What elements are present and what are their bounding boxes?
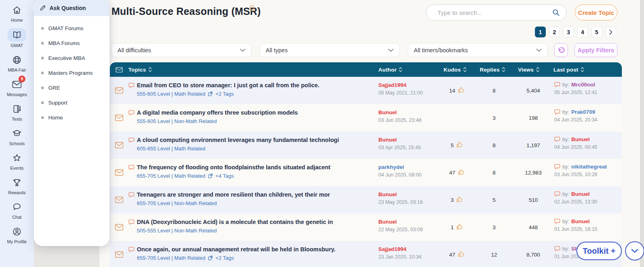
sidebar-item-mba-fair[interactable]: MBA Fair — [8, 53, 26, 72]
tag-icon — [208, 91, 213, 97]
sort-icon — [580, 66, 584, 73]
create-topic-button[interactable]: Create Topic — [575, 4, 617, 21]
notification-bell-icon[interactable] — [248, 4, 256, 12]
search-box[interactable] — [426, 4, 567, 21]
envelope-icon — [110, 241, 128, 267]
topic-title[interactable]: Once again, our annual management retrea… — [137, 246, 336, 253]
search-input[interactable] — [438, 9, 552, 16]
topic-tags[interactable]: 555-605 Level | Math Related — [137, 91, 205, 97]
author-name[interactable]: Sajjad1994 — [378, 82, 439, 88]
author-name[interactable]: Bunuel — [378, 219, 439, 225]
page-button-4[interactable]: 4 — [577, 27, 588, 37]
table-row[interactable]: The frequency of flooding onto floodplai… — [110, 159, 622, 186]
topic-title[interactable]: The frequency of flooding onto floodplai… — [137, 164, 330, 170]
author-name[interactable]: Bunuel — [378, 137, 439, 143]
last-post-author[interactable]: Bunuel — [571, 218, 590, 224]
difficulty-filter-select[interactable]: All difficulties — [111, 43, 252, 57]
menu-item-home[interactable]: Home — [34, 110, 109, 125]
menu-item-mba-forums[interactable]: MBA Forums — [34, 36, 109, 51]
tag-icon — [208, 173, 213, 179]
author-name[interactable]: Sajjad1994 — [378, 246, 439, 252]
views-count: 8,700 — [513, 241, 553, 267]
table-row[interactable]: Email from CEO to store manager: I just … — [110, 77, 622, 104]
topic-title[interactable]: A cloud computing environment leverages … — [137, 137, 339, 143]
column-views[interactable]: Views — [513, 66, 553, 73]
kudos-count: 3 — [451, 197, 454, 203]
toolkit-button[interactable]: Toolkit + — [576, 242, 622, 260]
reset-filters-button[interactable] — [554, 43, 568, 57]
column-topics[interactable]: Topics — [128, 66, 378, 73]
author-name[interactable]: Bunuel — [378, 109, 439, 115]
sidebar-item-gmat[interactable]: GMAT — [8, 28, 26, 48]
sidebar-item-my-profile[interactable]: My Profile — [7, 225, 27, 244]
topic-tags[interactable]: 505-555 Level | Non-Math Related — [137, 228, 217, 234]
topic-title[interactable]: Email from CEO to store manager: I just … — [137, 82, 320, 88]
topic-tags[interactable]: 555-605 Level | Non-Math Related — [137, 118, 217, 124]
last-post-author[interactable]: nikitathegreat — [571, 164, 607, 170]
author-name[interactable]: parkhydel — [378, 164, 439, 170]
next-page-button[interactable] — [605, 27, 616, 37]
author-date: 22 May 2025, 03:09 — [378, 227, 439, 232]
collapse-chevron-button[interactable] — [625, 241, 644, 261]
timers-filter-select[interactable]: All timers/bookmarks — [408, 43, 548, 57]
scrollbar-track[interactable] — [640, 0, 644, 267]
sidebar-item-home[interactable]: Home — [8, 4, 26, 23]
column-replies[interactable]: Replies — [475, 66, 513, 73]
table-row[interactable]: DNA (Deoxyribonucleic Acid) is a molecul… — [110, 214, 622, 241]
author-name[interactable]: Bunuel — [378, 191, 439, 197]
sidebar-item-chat[interactable]: Chat — [8, 201, 26, 220]
menu-item-masters-programs[interactable]: Masters Programs — [34, 66, 109, 80]
sort-icon — [398, 66, 402, 73]
mail-icon: 9 — [8, 78, 26, 91]
sidebar-item-messages[interactable]: 9 Messages — [7, 78, 27, 97]
thumbs-up-icon — [458, 86, 464, 93]
table-row[interactable]: Teenagers are stronger and more resilien… — [110, 186, 622, 214]
sidebar-item-rewards[interactable]: Rewards — [8, 176, 26, 195]
type-filter-select[interactable]: All types — [260, 43, 400, 57]
menu-item-gre[interactable]: GRE — [34, 80, 109, 95]
sidebar-item-schools[interactable]: Schools — [8, 127, 26, 146]
sidebar-item-tests[interactable]: Tests — [8, 103, 26, 121]
thumbs-up-icon — [456, 141, 463, 148]
extra-tags-link[interactable]: +4 Tags — [215, 173, 234, 179]
topic-tags[interactable]: 655-705 Level | Math Related — [137, 255, 205, 261]
page-button-2[interactable]: 2 — [549, 27, 560, 37]
last-post-author[interactable]: Bunuel — [571, 191, 590, 197]
bullet-icon — [41, 116, 44, 119]
search-icon[interactable] — [552, 9, 560, 16]
topic-title[interactable]: A digital media company offers three sub… — [137, 109, 298, 116]
last-post-author[interactable]: Mrc00ool — [571, 82, 595, 88]
ask-question-header[interactable]: Ask Question — [34, 0, 109, 16]
table-row[interactable]: A digital media company offers three sub… — [110, 104, 622, 131]
extra-tags-link[interactable]: +2 Tags — [215, 91, 234, 97]
table-row[interactable]: Once again, our annual management retrea… — [110, 241, 622, 267]
topic-title[interactable]: DNA (Deoxyribonucleic Acid) is a molecul… — [137, 219, 333, 225]
column-author[interactable]: Author — [378, 66, 439, 73]
sidebar-item-events[interactable]: Events — [8, 152, 26, 170]
bullet-icon — [41, 72, 44, 74]
column-lastpost[interactable]: Last post — [553, 66, 622, 73]
topic-tags[interactable]: 655-705 Level | Math Related — [137, 173, 205, 179]
apply-filters-button[interactable]: Apply Filters — [574, 43, 617, 57]
menu-item-executive-mba[interactable]: Executive MBA — [34, 51, 109, 66]
page-button-5[interactable]: 5 — [591, 27, 602, 37]
last-post-bubble-icon — [554, 164, 560, 170]
book-icon — [8, 28, 26, 42]
last-post-author[interactable]: Bunuel — [571, 136, 590, 142]
by-label: by: — [562, 164, 569, 170]
table-row[interactable]: A cloud computing environment leverages … — [110, 131, 622, 159]
column-kudos[interactable]: Kudos — [439, 66, 475, 73]
profile-icon — [8, 225, 26, 238]
topic-tags[interactable]: 655-705 Level | Non-Math Related — [137, 200, 217, 206]
page-button-1[interactable]: 1 — [535, 27, 546, 37]
page-button-3[interactable]: 3 — [563, 27, 574, 37]
topic-tags[interactable]: 605-655 Level | Math Related — [137, 146, 205, 152]
last-post-date: 04 Jun 2025, 00:45 — [554, 144, 622, 150]
topic-title[interactable]: Teenagers are stronger and more resilien… — [137, 191, 330, 198]
last-post-author[interactable]: Prak0709 — [571, 109, 595, 115]
kudos-count: 5 — [451, 142, 454, 148]
extra-tags-link[interactable]: +2 Tags — [215, 255, 234, 261]
menu-item-gmat-forums[interactable]: GMAT Forums — [34, 21, 109, 36]
menu-item-support[interactable]: Support — [34, 95, 109, 110]
mail-header-icon — [110, 67, 128, 73]
